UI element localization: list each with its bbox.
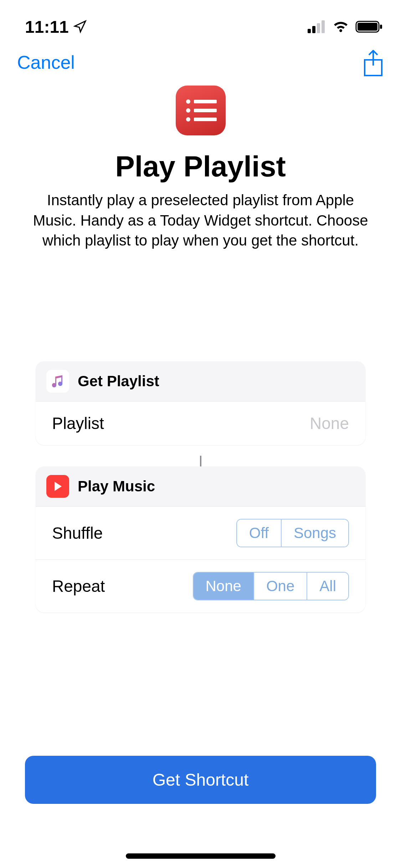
svg-rect-11 [194, 109, 217, 112]
header-section: Play Playlist Instantly play a preselect… [0, 82, 401, 251]
share-icon [363, 50, 384, 77]
shuffle-off-button[interactable]: Off [237, 520, 282, 547]
get-playlist-action: Get Playlist Playlist None [36, 361, 365, 445]
svg-rect-5 [358, 23, 377, 31]
status-bar: 11:11 [0, 0, 401, 43]
svg-rect-2 [317, 23, 320, 33]
svg-rect-3 [322, 20, 325, 33]
repeat-none-button[interactable]: None [194, 573, 254, 600]
playlist-value: None [310, 414, 349, 433]
svg-rect-1 [312, 26, 315, 33]
shuffle-segmented-control: Off Songs [236, 519, 349, 547]
playlist-label: Playlist [52, 414, 104, 433]
shuffle-row: Shuffle Off Songs [36, 507, 365, 560]
page-description: Instantly play a preselected playlist fr… [21, 190, 380, 251]
page-title: Play Playlist [21, 150, 380, 183]
wifi-icon [332, 20, 350, 33]
svg-point-8 [186, 99, 190, 104]
share-button[interactable] [363, 50, 384, 75]
action-header: Get Playlist [36, 361, 365, 402]
svg-rect-9 [194, 100, 217, 103]
action-header: Play Music [36, 466, 365, 507]
status-time: 11:11 [25, 17, 87, 37]
time-label: 11:11 [25, 17, 69, 37]
nav-bar: Cancel [0, 43, 401, 82]
play-music-action: Play Music Shuffle Off Songs Repeat None… [36, 466, 365, 613]
action-connector [200, 456, 201, 466]
list-icon [185, 98, 217, 123]
shuffle-label: Shuffle [52, 523, 103, 543]
repeat-row: Repeat None One All [36, 560, 365, 613]
music-note-icon [46, 370, 69, 393]
action-title: Play Music [78, 478, 155, 495]
home-indicator[interactable] [126, 853, 276, 859]
actions-container: Get Playlist Playlist None Play Music Sh… [36, 361, 365, 613]
play-icon [46, 475, 69, 498]
svg-rect-6 [380, 25, 382, 29]
svg-rect-13 [194, 118, 217, 121]
action-title: Get Playlist [78, 373, 159, 390]
location-icon [73, 20, 87, 33]
repeat-one-button[interactable]: One [254, 573, 307, 600]
get-shortcut-button[interactable]: Get Shortcut [25, 756, 376, 804]
status-icons [308, 20, 383, 33]
playlist-row[interactable]: Playlist None [36, 402, 365, 445]
battery-icon [355, 20, 383, 33]
shortcut-icon [176, 86, 226, 135]
cellular-icon [308, 20, 326, 33]
cancel-button[interactable]: Cancel [17, 52, 75, 73]
svg-rect-0 [308, 29, 311, 33]
svg-point-12 [186, 117, 190, 122]
repeat-label: Repeat [52, 577, 105, 596]
repeat-all-button[interactable]: All [307, 573, 348, 600]
shuffle-songs-button[interactable]: Songs [282, 520, 348, 547]
svg-point-10 [186, 108, 190, 113]
repeat-segmented-control: None One All [193, 572, 349, 600]
